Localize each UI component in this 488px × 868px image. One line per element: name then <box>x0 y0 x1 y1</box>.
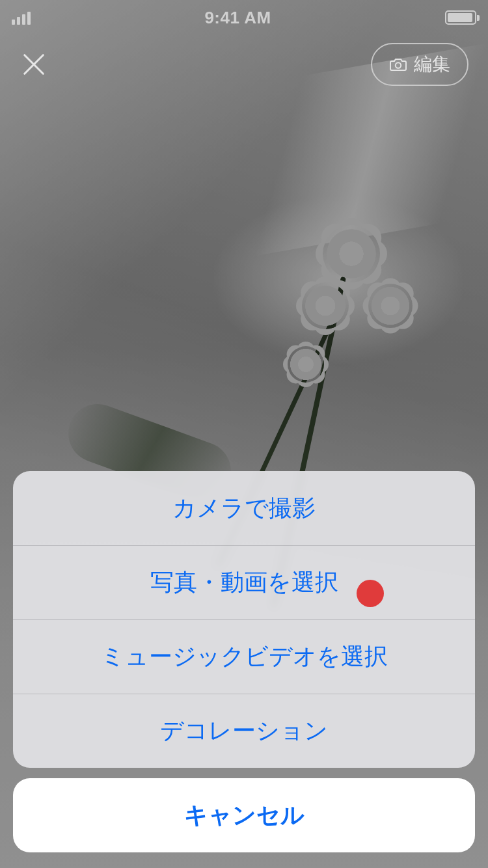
nav-bar: 編集 <box>0 35 488 94</box>
camera-icon <box>389 57 407 72</box>
status-bar: 9:41 AM <box>0 0 488 29</box>
action-take-photo[interactable]: カメラで撮影 <box>13 471 475 545</box>
action-select-music-video-label: ミュージックビデオを選択 <box>101 641 388 673</box>
action-decoration[interactable]: デコレーション <box>13 694 475 768</box>
close-button[interactable] <box>20 50 48 79</box>
action-select-music-video[interactable]: ミュージックビデオを選択 <box>13 619 475 694</box>
action-select-photo-video-label: 写真・動画を選択 <box>150 567 338 599</box>
action-select-photo-video[interactable]: 写真・動画を選択 <box>13 545 475 619</box>
notification-badge-icon <box>357 580 384 607</box>
action-sheet: カメラで撮影 写真・動画を選択 ミュージックビデオを選択 デコレーション <box>13 471 475 768</box>
action-sheet-container: カメラで撮影 写真・動画を選択 ミュージックビデオを選択 デコレーション キャン… <box>0 471 488 868</box>
svg-point-0 <box>396 62 401 68</box>
cellular-signal-icon <box>12 10 31 25</box>
status-time: 9:41 AM <box>204 8 271 28</box>
battery-icon <box>445 10 476 25</box>
action-decoration-label: デコレーション <box>160 715 328 747</box>
cancel-button-label: キャンセル <box>184 800 305 832</box>
close-icon <box>21 52 46 77</box>
edit-button[interactable]: 編集 <box>371 43 468 86</box>
action-take-photo-label: カメラで撮影 <box>172 493 316 524</box>
screen: 9:41 AM 編集 カメラで撮影 写真・動画を選択 <box>0 0 488 868</box>
edit-button-label: 編集 <box>414 52 450 77</box>
cancel-button[interactable]: キャンセル <box>13 778 475 852</box>
